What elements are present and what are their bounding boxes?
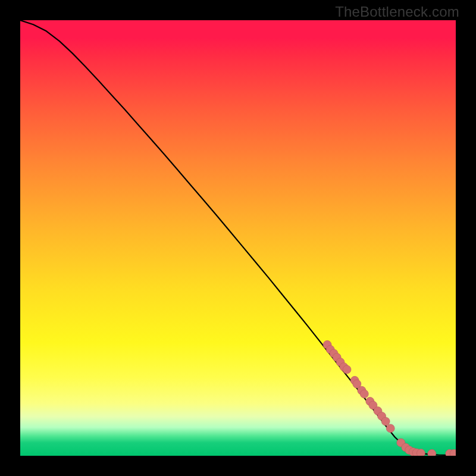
plot-area (20, 20, 456, 456)
data-dot (386, 424, 394, 433)
bottleneck-curve-path (20, 20, 456, 455)
data-dot (343, 365, 351, 374)
data-dots-group (323, 340, 456, 456)
chart-frame: TheBottleneck.com (0, 0, 476, 476)
chart-svg (20, 20, 456, 456)
watermark-text: TheBottleneck.com (335, 4, 459, 20)
data-dot (428, 449, 436, 456)
data-dot (381, 417, 390, 425)
data-dot (416, 449, 425, 456)
data-dot (360, 390, 368, 398)
